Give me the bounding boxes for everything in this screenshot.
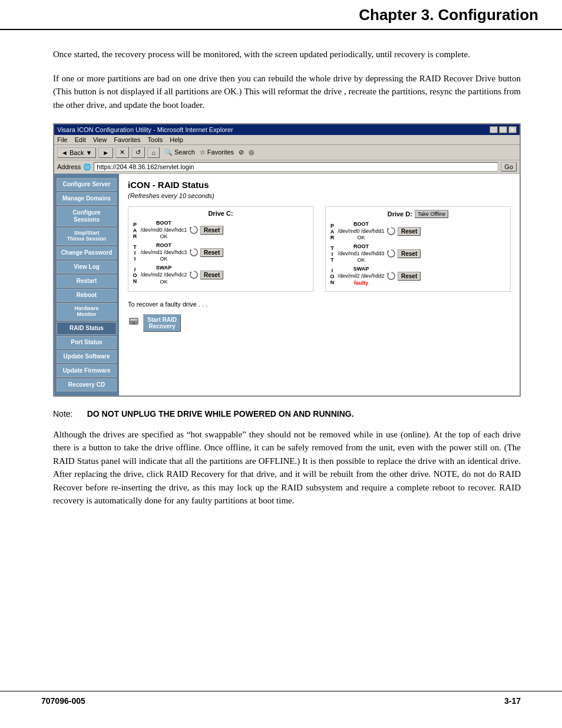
drive-c-swap-type: SWAP <box>140 265 187 272</box>
footer-doc-number: 707096-005 <box>41 696 85 706</box>
sidebar-item-configure-server[interactable]: Configure Server <box>57 178 117 191</box>
sidebar-item-restart[interactable]: Restart <box>57 275 117 288</box>
drive-c-boot-status: OK <box>140 233 187 241</box>
drive-c-root-refresh-icon <box>189 248 199 258</box>
sidebar-item-update-firmware[interactable]: Update Firmware <box>57 364 117 377</box>
drive-c-label: Drive C: <box>208 210 233 217</box>
address-input[interactable] <box>94 162 498 172</box>
home-button[interactable]: ⌂ <box>147 147 160 158</box>
go-button[interactable]: Go <box>501 162 517 172</box>
drive-d-root-refresh-icon <box>386 249 396 259</box>
content-area: Once started, the recovery process will … <box>0 30 562 536</box>
note-text: DO NOT UNPLUG THE DRIVE WHILE POWERED ON… <box>87 409 354 419</box>
sidebar-item-view-log[interactable]: View Log <box>57 261 117 274</box>
drive-c-swap-dev1: /dev/md2 /dev/hdc2 <box>140 272 187 279</box>
menu-favorites[interactable]: Favorites <box>114 136 140 143</box>
menu-view[interactable]: View <box>93 136 107 143</box>
drive-c-root-reset-button[interactable]: Reset <box>200 248 223 257</box>
sidebar-item-reboot[interactable]: Reboot <box>57 289 117 302</box>
drive-d-swap-reset-button[interactable]: Reset <box>398 272 421 281</box>
drive-d-boot-refresh-icon <box>386 226 396 237</box>
drive-d-boot-type: BOOT <box>338 221 385 228</box>
paragraph-1: Once started, the recovery process will … <box>53 48 521 61</box>
sidebar-item-change-password[interactable]: Change Password <box>57 246 117 259</box>
maximize-button[interactable]: □ <box>499 126 507 133</box>
drive-c-swap-label: ION <box>131 266 138 284</box>
browser-menubar: File Edit View Favorites Tools Help <box>54 135 520 145</box>
favorites-label: ☆ Favorites <box>200 149 234 156</box>
drive-c-root-status: OK <box>140 256 187 263</box>
sidebar-item-hardware-monitor[interactable]: HardwareMonitor <box>57 303 117 321</box>
drive-d-root-status: OK <box>338 257 385 264</box>
drive-c-boot-label: PAR <box>131 222 138 239</box>
take-offline-button[interactable]: Take Offline <box>415 210 448 218</box>
stop-button[interactable]: ✕ <box>115 147 129 158</box>
sidebar-item-manage-domains[interactable]: Manage Domains <box>57 192 117 205</box>
drive-d-root-reset-button[interactable]: Reset <box>398 249 421 258</box>
drive-d-root-label: TIT <box>329 245 336 263</box>
start-raid-recovery-button[interactable]: Start RAIDRecovery <box>143 314 181 332</box>
close-button[interactable]: ✕ <box>508 126 517 133</box>
drive-d-boot-reset-button[interactable]: Reset <box>398 227 421 236</box>
drive-d-swap-dev1: /dev/md2 /dev/hdd2 <box>338 273 385 280</box>
drive-c-swap-status: OK <box>140 279 187 286</box>
drive-c-boot-refresh-icon <box>189 225 199 236</box>
panel-subtitle: (Refreshes every 10 seconds) <box>128 192 511 199</box>
back-button[interactable]: ◄ Back ▼ <box>57 147 96 158</box>
drive-d-swap-type: SWAP <box>338 266 385 273</box>
minimize-button[interactable]: _ <box>490 126 498 133</box>
menu-tools[interactable]: Tools <box>148 136 163 143</box>
drive-d-boot-info: BOOT /dev/md0 /dev/hdd1 OK <box>338 221 385 242</box>
search-label: 🔍 Search <box>164 149 195 156</box>
drive-d-label: Drive D: <box>388 210 412 218</box>
drive-c-section: Drive C: PAR BOOT /dev/md0 /dev/hdc1 OK <box>128 206 313 292</box>
drive-d-swap-label: ION <box>329 268 336 285</box>
main-panel: iCON - RAID Status (Refreshes every 10 s… <box>119 174 520 396</box>
drive-d-root-dev1: /dev/md1 /dev/hdd3 <box>338 251 385 258</box>
drive-c-boot-dev1: /dev/md0 /dev/hdc1 <box>140 227 187 234</box>
browser-addressbar: Address 🌐 Go <box>54 160 520 174</box>
address-label: Address <box>57 163 81 170</box>
history-icon: ◎ <box>249 149 254 156</box>
browser-titlebar: Visara ICON Configuration Utility - Micr… <box>54 124 520 135</box>
browser-toolbar: ◄ Back ▼ ► ✕ ↺ ⌂ 🔍 Search ☆ Favorites ⊘ … <box>54 145 520 160</box>
drive-c-swap-refresh-icon <box>189 270 199 281</box>
drive-c-root-row: TII ROOT /dev/md1 /dev/hdc3 OK Reset <box>131 242 310 263</box>
drive-d-root-row: TIT ROOT /dev/md1 /dev/hdd3 OK Reset <box>329 243 507 264</box>
drive-d-root-info: ROOT /dev/md1 /dev/hdd3 OK <box>338 243 385 264</box>
drive-d-header: Drive D: Take Offline <box>329 210 507 218</box>
recovery-section: To recover a faulty drive . . . Start RA… <box>128 301 511 332</box>
drive-c-root-type: ROOT <box>140 242 187 249</box>
refresh-button[interactable]: ↺ <box>131 147 145 158</box>
drive-d-boot-row: PAR BOOT /dev/md0 /dev/hdd1 OK Reset <box>329 221 507 242</box>
forward-button[interactable]: ► <box>98 147 113 158</box>
page-header: Chapter 3. Configuration <box>0 0 562 30</box>
panel-title: iCON - RAID Status <box>128 180 511 190</box>
sidebar-item-raid-status[interactable]: RAID Status <box>57 322 117 335</box>
start-raid-disk-icon <box>128 315 140 328</box>
drive-c-swap-reset-button[interactable]: Reset <box>200 271 223 279</box>
address-icon: 🌐 <box>83 163 91 171</box>
sidebar-item-port-status[interactable]: Port Status <box>57 336 117 349</box>
sidebar-item-update-software[interactable]: Update Software <box>57 350 117 363</box>
sidebar-item-configure-sessions[interactable]: Configure Sessions <box>57 206 117 226</box>
menu-file[interactable]: File <box>57 136 68 143</box>
drive-c-boot-reset-button[interactable]: Reset <box>200 226 223 235</box>
paragraph-2: If one or more partitions are bad on one… <box>53 72 521 112</box>
titlebar-controls: _ □ ✕ <box>490 126 517 133</box>
menu-edit[interactable]: Edit <box>75 136 86 143</box>
drives-container: Drive C: PAR BOOT /dev/md0 /dev/hdc1 OK <box>128 206 511 292</box>
sidebar-item-stop-start[interactable]: Stop/StartThinux Session <box>57 228 117 245</box>
drive-c-boot-info: BOOT /dev/md0 /dev/hdc1 OK <box>140 220 187 241</box>
menu-help[interactable]: Help <box>170 136 183 143</box>
drive-c-boot-row: PAR BOOT /dev/md0 /dev/hdc1 OK Reset <box>131 220 310 241</box>
drive-d-boot-dev1: /dev/md0 /dev/hdd1 <box>338 228 385 235</box>
drive-d-swap-info: SWAP /dev/md2 /dev/hdd2 faulty <box>338 266 385 286</box>
drive-d-swap-status: faulty <box>338 280 385 287</box>
browser-sidebar: Configure Server Manage Domains Configur… <box>54 174 119 396</box>
drive-c-swap-row: ION SWAP /dev/md2 /dev/hdc2 OK Reset <box>131 265 310 285</box>
browser-title: Visara ICON Configuration Utility - Micr… <box>57 126 233 133</box>
sidebar-item-recovery-cd[interactable]: Recovery CD <box>57 378 117 391</box>
drive-d-swap-refresh-icon <box>386 271 396 282</box>
drive-c-header: Drive C: <box>131 210 310 217</box>
